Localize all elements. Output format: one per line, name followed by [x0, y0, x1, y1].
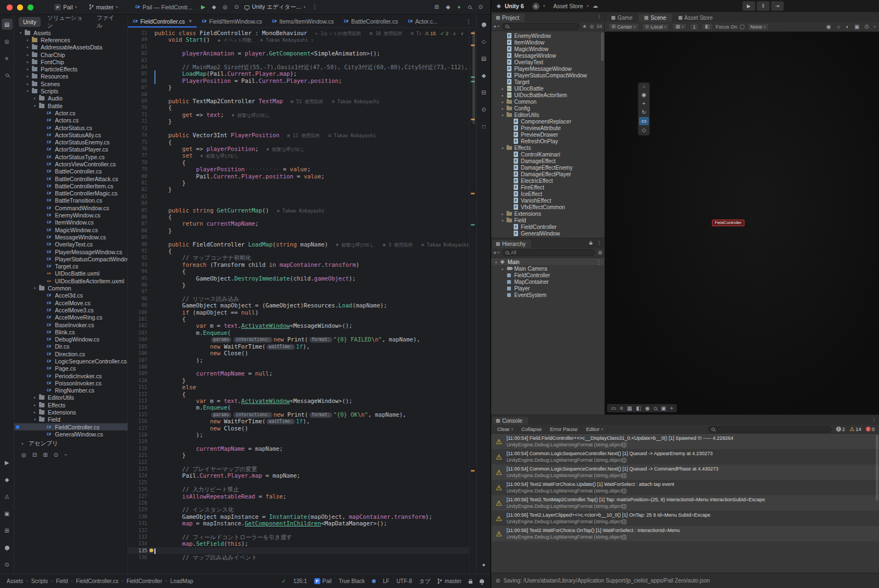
tree-item[interactable]: C#FieldController.cs — [14, 423, 127, 430]
assembly-section[interactable]: ▸ アセンブリ — [14, 438, 127, 449]
code-line[interactable]: 85 public string GetCurrentMap()≡ Takao … — [128, 207, 469, 214]
tree-item[interactable]: Player — [491, 285, 604, 292]
unity-tool-icon[interactable]: ◆ — [479, 70, 489, 81]
code-line[interactable]: 109 currentMapName = null; — [128, 370, 469, 377]
code-line[interactable]: 98 // リソース読み込み — [128, 295, 469, 302]
settings-button[interactable]: ⊙ — [479, 4, 483, 10]
scene-effects-toggle[interactable]: ☼ — [836, 24, 841, 30]
editor-scrollbar-thumb[interactable] — [472, 31, 475, 124]
database-tool-icon[interactable]: ▤ — [479, 53, 489, 64]
code-line[interactable]: 127 isAllowRepeatableRead = false; — [128, 493, 469, 500]
asset-store-menu[interactable]: Asset Store — [553, 3, 583, 9]
hierarchy-menu-icon[interactable]: ⋮ — [597, 240, 602, 245]
tree-item[interactable]: #ItemWindow — [491, 39, 604, 46]
tree-item[interactable]: ▾EditorUtils — [491, 111, 604, 118]
tree-item[interactable]: ▾Scripts — [14, 87, 127, 94]
readonly-toggle[interactable] — [469, 581, 472, 584]
code-line[interactable]: 82 } — [128, 186, 469, 193]
focus-on-checkbox[interactable] — [740, 25, 744, 29]
code-line[interactable]: 113 var m = text.ActivateWindow<MessageW… — [128, 397, 469, 404]
more-actions-button[interactable]: ⋮ — [312, 4, 318, 10]
scene-camera-icon[interactable]: ▣ — [854, 24, 859, 30]
focus-target-dropdown[interactable]: None▾ — [747, 23, 769, 31]
code-line[interactable]: 132 — [128, 527, 469, 534]
tree-item[interactable]: C#AccelMove.cs — [14, 299, 127, 306]
tree-item[interactable]: C#Direction.cs — [14, 350, 127, 357]
code-line[interactable]: 66 PlayerPosition = Pail.Current.Player.… — [128, 77, 469, 84]
tree-item[interactable]: #FireEffect — [491, 184, 604, 191]
commit-tool-button[interactable]: ◎ — [2, 36, 13, 47]
tree-item[interactable]: C#BattleTransition.cs — [14, 197, 127, 204]
code-line[interactable]: 108 — [128, 363, 469, 370]
tree-item[interactable]: ▸<>UIDocBattleActorItem — [491, 92, 604, 98]
tree-item[interactable]: ▾Field — [14, 416, 127, 423]
console-info-count[interactable]: !2 — [836, 426, 845, 432]
lock-icon[interactable] — [589, 243, 593, 245]
tree-item[interactable]: #OverlayText — [491, 59, 604, 65]
scene-list-icon[interactable]: ≡ — [620, 406, 623, 411]
tree-item[interactable]: C#BattleControllerAttack.cs — [14, 175, 127, 182]
expand-all-icon[interactable]: ⊞ — [43, 452, 47, 458]
line-ending-widget[interactable]: LF — [383, 578, 390, 584]
device-manager-icon[interactable]: ⊞ — [434, 4, 438, 10]
indent-widget[interactable]: タブ — [419, 578, 430, 585]
weak-warnings-count-widget[interactable]: ✓ 2 — [440, 31, 448, 36]
code-line[interactable]: 61 — [128, 43, 469, 50]
tab-asset-store[interactable]: Asset Store — [673, 14, 719, 22]
rect-tool[interactable]: ▭ — [639, 117, 649, 125]
documentation-tool-icon[interactable]: □ — [479, 121, 489, 132]
tree-item[interactable]: #ControlKaminari — [491, 151, 604, 158]
tree-item[interactable]: <>UIDocBattle.uxml — [14, 270, 127, 277]
tree-item[interactable]: #VanishEffect — [491, 197, 604, 204]
console-editor-button[interactable]: Editor▾ — [582, 426, 608, 433]
nuget-tool-icon[interactable]: ⊟ — [479, 87, 489, 98]
code-line[interactable]: 72 } — [128, 118, 469, 125]
error-stripe[interactable] — [469, 28, 476, 574]
branch-selector[interactable]: master ▾ — [86, 3, 121, 12]
tree-item[interactable]: ▸Extensions — [491, 210, 604, 217]
caret-position-widget[interactable]: 135:1 — [293, 578, 307, 584]
pause-button[interactable]: ‖ — [756, 1, 770, 11]
console-entry[interactable]: ⚠[11:00:54] Field.FieldController+<>c__D… — [491, 434, 879, 449]
tree-item[interactable]: #PlayerStatusCompactWindow — [491, 72, 604, 79]
debug-button[interactable]: ◆ — [212, 4, 216, 10]
tree-item[interactable]: ▸ParticleEffects — [14, 65, 127, 72]
tree-item[interactable]: C#ActorStatus.cs — [14, 124, 127, 131]
code-line[interactable]: 77 set♦ 頻繁な呼び出し — [128, 152, 469, 159]
code-line[interactable]: 62 playerAnimation = player.GetComponent… — [128, 50, 469, 57]
hide-panel-icon[interactable]: − — [64, 452, 68, 458]
code-line[interactable]: 111 else — [128, 384, 469, 390]
scene-viewport[interactable]: ≡◉+↻▭◇ FieldController ▭≡▦◧◉▣+ — [605, 32, 879, 415]
console-tab[interactable]: Console — [492, 417, 528, 425]
code-line[interactable]: 76 get => playerPosition;♦ 頻繁な呼び出し — [128, 145, 469, 152]
tree-item[interactable]: #DamageEffectPlayer — [491, 171, 604, 177]
project-menu-icon[interactable]: ⋮ — [597, 14, 602, 19]
tree-item[interactable]: C#ActorStatusEnemy.cs — [14, 138, 127, 145]
console-search-input[interactable] — [708, 426, 832, 433]
view-tool[interactable]: ◉ — [639, 91, 649, 99]
scene-grid-icon[interactable]: ▦ — [627, 406, 632, 411]
problems-tool-button[interactable]: ⚠ — [2, 491, 13, 502]
run-configuration-widget[interactable]: PPail — [314, 578, 332, 584]
tree-item[interactable]: #DamageEffectEnemy — [491, 164, 604, 171]
move-tool[interactable]: + — [639, 99, 649, 108]
editor-tab[interactable]: C#Items/ItemWindow.cs — [267, 15, 339, 27]
code-line[interactable]: 73 — [128, 125, 469, 132]
tree-item[interactable]: #PreviewDrawer — [491, 131, 604, 138]
code-line[interactable]: 106 new Close() — [128, 350, 469, 356]
git-branch-widget[interactable]: master — [437, 578, 461, 584]
code-line[interactable]: 101 { — [128, 316, 469, 322]
code-line[interactable]: 114 m.Enqueue( — [128, 404, 469, 411]
code-line[interactable]: 135 — [128, 547, 469, 554]
tree-item[interactable]: C#OverlayText.cs — [14, 241, 127, 248]
panel-options-icon[interactable]: ⊙ — [54, 452, 58, 458]
breadcrumb-item[interactable]: Field — [56, 578, 68, 584]
settings-tool-button[interactable]: ⊙ — [2, 559, 13, 570]
ai-assistant-icon[interactable]: ◇ — [479, 36, 489, 47]
code-line[interactable]: 92 // マップコンテナ初期化 — [128, 254, 469, 261]
console-collapse-button[interactable]: Collapse — [518, 426, 546, 433]
notifications-bell-icon[interactable] — [479, 19, 489, 30]
code-line[interactable]: 118 ); — [128, 432, 469, 438]
code-line[interactable]: 86 { — [128, 214, 469, 220]
code-line[interactable]: 70 { — [128, 104, 469, 111]
